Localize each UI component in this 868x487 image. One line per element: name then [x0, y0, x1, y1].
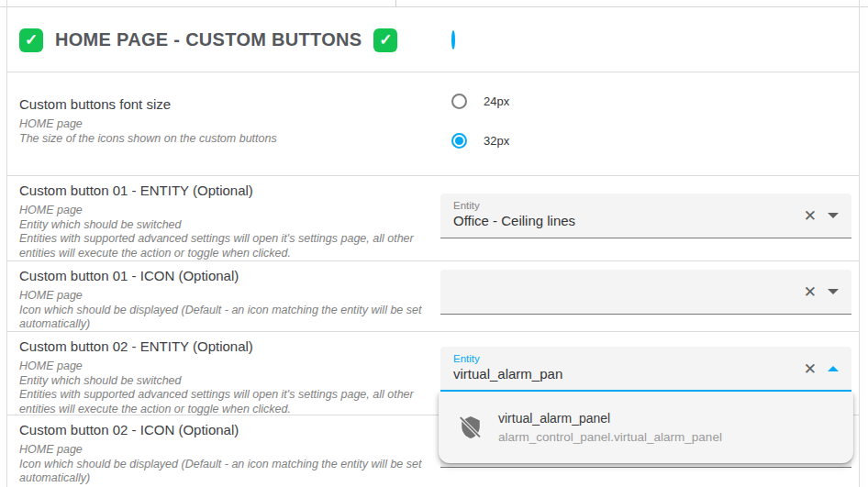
- button02-entity-control: Entity virtual_alarm_pan ✕ virtual_alarm…: [431, 332, 859, 415]
- top-divider: [0, 0, 868, 7]
- section-subtitle: HOME page: [19, 289, 422, 304]
- header-radio-selected[interactable]: [451, 30, 455, 50]
- radio-label: 32px: [484, 134, 509, 148]
- section-title: Custom button 01 - ENTITY (Optional): [19, 183, 422, 198]
- field-label: Entity: [453, 200, 787, 211]
- entity-name: virtual_alarm_panel: [498, 411, 722, 426]
- chevron-down-icon[interactable]: [828, 289, 839, 294]
- field-label: Entity: [453, 353, 787, 364]
- section-header-row: ✓ HOME PAGE - CUSTOM BUTTONS ✓: [7, 8, 859, 72]
- radio-icon[interactable]: [451, 94, 467, 109]
- section-description: Icon which should be displayed (Default …: [19, 458, 422, 486]
- entity-combobox-02-active[interactable]: Entity virtual_alarm_pan ✕: [440, 347, 851, 392]
- top-column-divider: [395, 0, 396, 7]
- section-subtitle: HOME page: [19, 117, 422, 132]
- clear-icon[interactable]: ✕: [804, 284, 817, 300]
- radio-option-24px[interactable]: 24px: [451, 89, 859, 113]
- button01-entity-info: Custom button 01 - ENTITY (Optional) HOM…: [7, 176, 431, 260]
- chevron-down-icon[interactable]: [828, 213, 839, 218]
- shield-off-icon: [459, 415, 483, 439]
- icon-combobox-01[interactable]: ✕: [440, 270, 851, 315]
- radio-label: 24px: [484, 94, 509, 108]
- section-description: The size of the icons shown on the custo…: [19, 132, 422, 147]
- clear-icon[interactable]: ✕: [804, 360, 817, 376]
- entity-combobox-01[interactable]: Entity Office - Ceiling lines ✕: [440, 194, 851, 238]
- section-description: Entities with supported advanced setting…: [19, 232, 422, 260]
- section-description: Entities with supported advanced setting…: [19, 388, 422, 416]
- button01-icon-row: Custom button 01 - ICON (Optional) HOME …: [7, 261, 859, 332]
- check-icon: ✓: [19, 28, 43, 52]
- field-value[interactable]: Office - Ceiling lines: [453, 213, 787, 228]
- button01-entity-control: Entity Office - Ceiling lines ✕: [431, 176, 859, 260]
- font-size-row: Custom buttons font size HOME page The s…: [7, 72, 859, 176]
- button01-icon-control: ✕: [431, 261, 859, 331]
- chevron-up-icon[interactable]: [828, 366, 839, 371]
- section-subtitle: HOME page: [19, 443, 422, 458]
- button02-entity-info: Custom button 02 - ENTITY (Optional) HOM…: [7, 332, 431, 415]
- clear-icon[interactable]: ✕: [804, 208, 817, 224]
- page-title: HOME PAGE - CUSTOM BUTTONS: [55, 29, 362, 50]
- section-description: Entity which should be switched: [19, 218, 422, 233]
- entity-suggestion-listbox: virtual_alarm_panel alarm_control_panel.…: [439, 393, 853, 463]
- radio-option-32px[interactable]: 32px: [451, 128, 859, 152]
- section-title: Custom button 02 - ICON (Optional): [19, 422, 422, 437]
- section-description: Icon which should be displayed (Default …: [19, 304, 422, 332]
- section-title: Custom buttons font size: [19, 96, 422, 112]
- font-size-options: 24px 32px: [431, 72, 859, 175]
- check-icon: ✓: [373, 28, 397, 52]
- search-input-value[interactable]: virtual_alarm_pan: [453, 366, 787, 382]
- radio-icon-selected[interactable]: [451, 133, 467, 149]
- header-radio-wrap: [431, 32, 455, 49]
- entity-id: alarm_control_panel.virtual_alarm_panel: [498, 430, 722, 444]
- section-description: Entity which should be switched: [19, 374, 422, 389]
- settings-page: ✓ HOME PAGE - CUSTOM BUTTONS ✓ Custom bu…: [0, 0, 868, 487]
- button01-icon-info: Custom button 01 - ICON (Optional) HOME …: [7, 261, 431, 331]
- section-subtitle: HOME page: [19, 204, 422, 218]
- font-size-info: Custom buttons font size HOME page The s…: [7, 72, 431, 175]
- entity-suggestion-text: virtual_alarm_panel alarm_control_panel.…: [498, 411, 722, 444]
- button02-entity-row: Custom button 02 - ENTITY (Optional) HOM…: [7, 332, 859, 415]
- button01-entity-row: Custom button 01 - ENTITY (Optional) HOM…: [7, 176, 859, 261]
- section-subtitle: HOME page: [19, 360, 422, 374]
- button02-icon-info: Custom button 02 - ICON (Optional) HOME …: [7, 415, 431, 483]
- entity-suggestion-item[interactable]: virtual_alarm_panel alarm_control_panel.…: [439, 399, 853, 456]
- section-title: Custom button 01 - ICON (Optional): [19, 268, 422, 283]
- section-header: ✓ HOME PAGE - CUSTOM BUTTONS ✓: [7, 28, 431, 52]
- section-title: Custom button 02 - ENTITY (Optional): [19, 338, 422, 354]
- settings-list: ✓ HOME PAGE - CUSTOM BUTTONS ✓ Custom bu…: [7, 8, 859, 483]
- right-border: [859, 0, 860, 487]
